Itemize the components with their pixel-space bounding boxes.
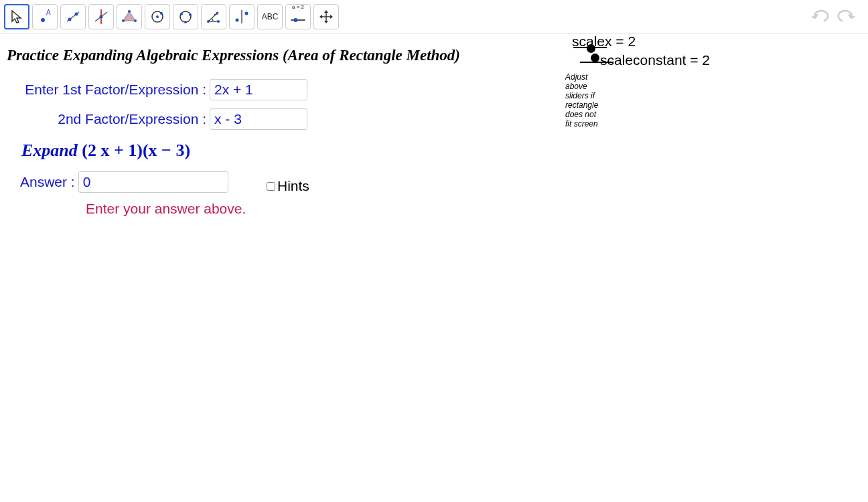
tool-circle-3points[interactable] <box>173 4 198 29</box>
tool-angle[interactable] <box>201 4 226 29</box>
svg-point-9 <box>128 10 131 13</box>
svg-point-18 <box>184 21 187 23</box>
undo-button[interactable] <box>809 7 832 27</box>
tool-polygon[interactable] <box>117 4 142 29</box>
svg-point-20 <box>216 12 218 15</box>
scaleconstant-label: scaleconstant = 2 <box>600 52 710 68</box>
redo-button[interactable] <box>835 7 857 27</box>
hints-label: Hints <box>277 178 309 194</box>
tool-text[interactable]: ABC <box>257 4 283 29</box>
svg-point-22 <box>214 13 216 15</box>
svg-point-11 <box>122 19 125 22</box>
svg-point-10 <box>134 19 137 22</box>
undo-redo-group <box>809 7 864 27</box>
expand-prefix: Expand <box>21 141 82 160</box>
tool-perpendicular[interactable] <box>88 4 114 29</box>
toolbar: A ABC a = 2 <box>0 0 868 33</box>
factor2-row: 2nd Factor/Expression : <box>5 108 307 130</box>
svg-point-0 <box>41 18 45 22</box>
factor1-input[interactable] <box>210 79 307 100</box>
factor2-input[interactable] <box>210 108 307 130</box>
tool-line[interactable] <box>60 4 86 29</box>
scalex-knob[interactable] <box>587 44 595 53</box>
factor1-row: Enter 1st Factor/Expression : <box>5 79 307 100</box>
slider-icon-label: a = 2 <box>292 5 304 10</box>
answer-label: Answer : <box>20 174 75 190</box>
page-title: Practice Expanding Algebraic Expressions… <box>7 47 460 64</box>
tool-move[interactable] <box>4 4 29 29</box>
hints-checkbox[interactable] <box>267 182 275 191</box>
tool-point[interactable]: A <box>32 4 58 29</box>
svg-point-25 <box>245 11 248 15</box>
svg-point-3 <box>68 17 72 21</box>
svg-text:A: A <box>46 9 51 16</box>
tool-move-view[interactable] <box>313 4 339 29</box>
svg-marker-8 <box>123 11 135 21</box>
expand-expression: Expand (2 x + 1)(x − 3) <box>21 141 190 161</box>
tool-reflect[interactable] <box>229 4 255 29</box>
svg-point-13 <box>156 15 159 18</box>
tool-slider[interactable]: a = 2 <box>285 4 311 29</box>
svg-point-16 <box>180 13 183 15</box>
tool-circle-center[interactable] <box>145 4 170 29</box>
svg-point-4 <box>75 12 78 15</box>
factor2-label: 2nd Factor/Expression : <box>5 111 206 127</box>
expand-p1: (2 x + 1) <box>82 141 143 160</box>
answer-row: Answer : <box>20 171 228 193</box>
sliders-hint: Adjust above sliders if rectangle does n… <box>565 72 598 129</box>
expand-p2: (x − 3) <box>143 141 190 160</box>
factor1-label: Enter 1st Factor/Expression : <box>5 82 206 98</box>
feedback-text: Enter your answer above. <box>86 201 246 217</box>
text-icon-label: ABC <box>262 12 279 21</box>
answer-input[interactable] <box>78 171 228 193</box>
hints-control: Hints <box>267 178 309 194</box>
svg-point-27 <box>294 18 298 22</box>
svg-point-7 <box>100 15 103 18</box>
canvas-area: Practice Expanding Algebraic Expressions… <box>0 33 868 502</box>
svg-point-19 <box>207 20 210 23</box>
svg-point-24 <box>236 18 239 21</box>
scaleconstant-knob[interactable] <box>591 54 599 62</box>
svg-point-17 <box>189 13 192 16</box>
svg-point-21 <box>217 20 220 23</box>
svg-point-14 <box>160 12 163 15</box>
